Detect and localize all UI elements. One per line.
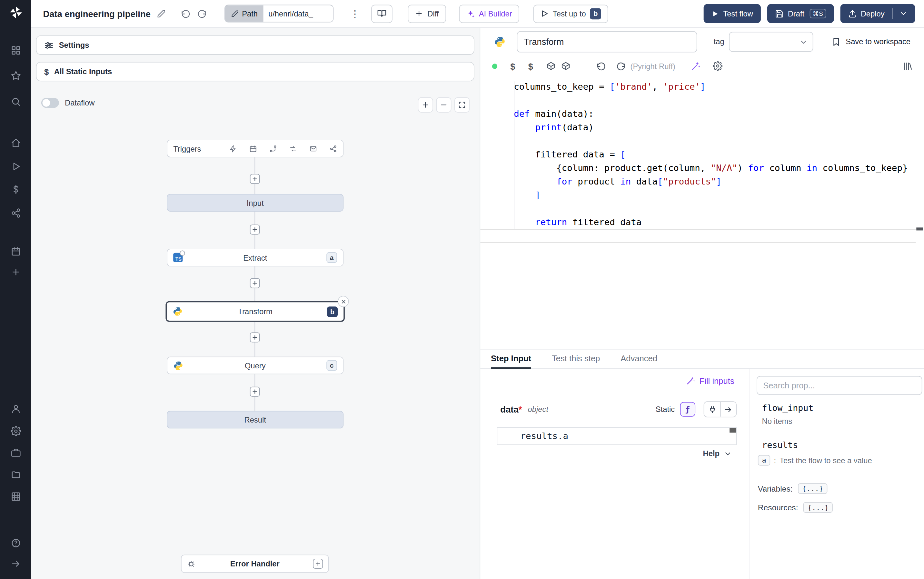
step-name-input[interactable] [517,31,697,52]
test-up-to-button[interactable]: Test up to b [534,5,609,23]
resources-pill[interactable]: {...} [803,502,833,513]
collapse-arrow-icon[interactable] [11,559,21,569]
add-step-button[interactable] [250,332,260,343]
triggers-label: Triggers [173,144,201,153]
transform-step-node-selected[interactable]: Transform b [165,301,344,322]
edit-title-pencil-icon[interactable] [157,9,165,18]
concurrency-dollar-icon[interactable]: $ [528,61,533,71]
deploy-label: Deploy [861,9,885,18]
error-handler-node[interactable]: Error Handler [181,554,329,573]
draft-label: Draft [788,9,804,18]
variables-pill[interactable]: {...} [798,483,828,494]
webhook-icon[interactable] [229,145,237,152]
ai-wand-icon[interactable] [691,61,701,71]
fill-inputs-button[interactable]: Fill inputs [686,376,735,386]
path-button[interactable]: Path [225,5,263,21]
input-node[interactable]: Input [167,194,343,212]
expression-mode-toggle-button[interactable]: ƒ [680,402,695,417]
result-node[interactable]: Result [167,411,343,429]
add-step-button[interactable] [250,387,260,397]
ai-builder-button[interactable]: AI Builder [459,5,519,23]
deploy-chevron-down-icon[interactable] [899,9,908,18]
websocket-icon[interactable] [289,145,297,152]
docs-button[interactable] [372,5,393,23]
tab-test-this-step[interactable]: Test this step [552,350,600,369]
dataflow-switch[interactable] [41,98,59,108]
resources-share-icon[interactable] [11,208,21,218]
python-icon [494,36,506,48]
box-icon[interactable] [561,61,570,70]
folders-icon[interactable] [11,469,21,480]
workers-briefcase-icon[interactable] [11,448,21,458]
schedules-calendar-icon[interactable] [11,247,21,257]
save-to-workspace-button[interactable]: Save to workspace [831,37,911,46]
schedule-calendar-icon[interactable] [249,145,257,152]
cache-dollar-icon[interactable]: $ [510,61,515,71]
python-icon [173,306,183,316]
http-route-icon[interactable] [269,145,277,152]
plug-icon-button[interactable] [704,402,720,417]
extract-step-id-badge: a [327,252,337,263]
diff-button[interactable]: Diff [408,5,446,23]
ai-wand-icon [686,376,695,386]
flow-title: Data engineering pipeline [43,8,150,18]
reload-cw-icon[interactable] [616,61,626,70]
reload-ccw-icon[interactable] [596,61,606,70]
dataflow-toggle[interactable]: Dataflow [41,98,95,108]
result-node-label: Result [244,415,266,424]
tag-select[interactable] [729,32,813,52]
assets-panel-icon[interactable] [902,61,912,71]
triggers-node[interactable]: Triggers [167,140,343,157]
typescript-icon: TS [173,253,183,262]
static-mode-label[interactable]: Static [656,405,675,414]
kafka-icon[interactable] [329,145,337,152]
variables-dollar-icon[interactable] [11,185,21,195]
undo-icon[interactable] [181,9,190,18]
delete-step-button[interactable] [338,296,349,307]
extract-step-node[interactable]: TS Extract a [167,249,343,267]
user-icon[interactable] [11,404,21,414]
favorites-star-icon[interactable] [11,70,21,81]
settings-gear-icon[interactable] [11,426,21,436]
tab-advanced[interactable]: Advanced [620,350,657,369]
redo-icon[interactable] [197,9,206,18]
zoom-in-button[interactable] [418,97,433,113]
all-static-inputs-button[interactable]: $ All Static Inputs [36,62,474,81]
apps-grid-icon[interactable] [11,46,21,56]
code-editor[interactable]: columns_to_keep = ['brand', 'price'] def… [480,77,924,349]
more-menu-icon[interactable]: ⋮ [350,8,359,20]
help-dropdown[interactable]: Help [703,449,732,458]
create-plus-icon[interactable] [11,267,21,277]
add-step-button[interactable] [250,224,260,234]
expression-input[interactable]: results.a [497,427,736,445]
add-step-button[interactable] [250,278,260,288]
email-icon[interactable] [309,145,317,152]
runs-play-icon[interactable] [11,162,21,172]
query-step-node[interactable]: Query c [167,357,343,374]
fit-view-button[interactable] [454,97,470,113]
arrow-right-button[interactable] [720,402,736,417]
add-step-button[interactable] [250,174,260,184]
editor-settings-gear-icon[interactable] [713,61,722,70]
prop-search-input[interactable] [757,376,922,395]
tab-step-input[interactable]: Step Input [491,350,531,369]
groups-grid-icon[interactable] [11,492,21,502]
extract-step-label: Extract [167,253,343,262]
prop-results[interactable]: results [762,440,922,450]
zoom-out-button[interactable] [436,97,452,113]
help-icon[interactable] [11,538,21,548]
search-icon[interactable] [11,97,21,107]
step-editor-panel: tag Save to workspace $ $ [480,28,924,579]
deploy-button[interactable]: Deploy [840,4,915,23]
windmill-logo-icon[interactable] [9,6,22,19]
box-icon[interactable] [546,61,555,70]
flow-settings-button[interactable]: Settings [36,36,474,55]
home-icon[interactable] [11,138,21,148]
add-error-handler-button[interactable] [313,559,323,569]
prop-flow-input[interactable]: flow_input [762,403,922,412]
draft-shortcut: ⌘S [810,9,826,18]
path-input[interactable] [263,5,333,21]
result-key-badge[interactable]: a [758,455,771,466]
draft-button[interactable]: Draft ⌘S [767,4,834,23]
test-flow-button[interactable]: Test flow [704,4,761,23]
